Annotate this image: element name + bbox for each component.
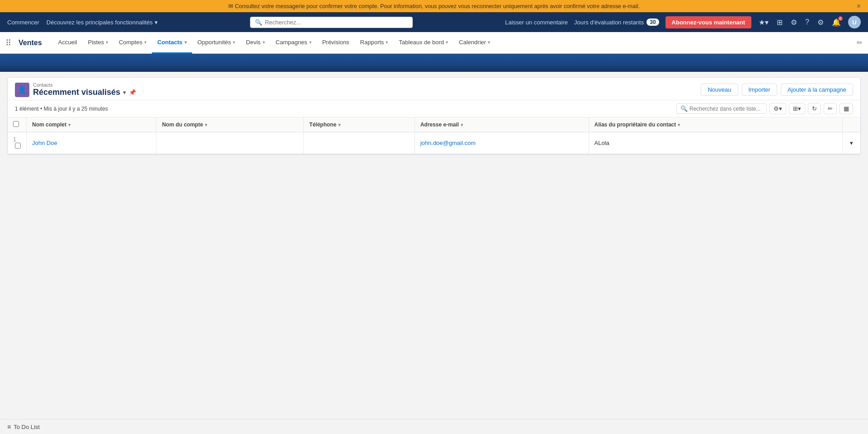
- table-header-row: Nom complet ▾ Nom du compte ▾ Téléphone: [8, 117, 860, 132]
- th-email: Adresse e-mail ▾: [415, 117, 589, 132]
- listview-card: 👤 Contacts Récemment visualisés ▾ 📌 Nouv…: [7, 77, 861, 154]
- row-email-cell: john.doe@gmail.com: [415, 132, 589, 154]
- nav-item-opportunites[interactable]: Opportunités ▾: [192, 32, 241, 54]
- notif-message: ✉ Consultez votre messagerie pour confir…: [228, 3, 640, 9]
- row-checkbox[interactable]: [15, 143, 21, 149]
- row-nom-complet-cell: John Doe: [27, 132, 156, 154]
- notif-count-badge: 6: [838, 16, 843, 21]
- th-telephone: Téléphone ▾: [304, 117, 415, 132]
- grid-view-icon-button[interactable]: ⊞▾: [789, 103, 805, 114]
- global-search-box[interactable]: 🔍: [250, 17, 413, 28]
- nav-item-comptes[interactable]: Comptes ▾: [113, 32, 152, 54]
- new-button[interactable]: Nouveau: [701, 84, 738, 96]
- listview-title: Récemment visualisés: [33, 88, 120, 97]
- nav-item-tableaux-bord[interactable]: Tableaux de bord ▾: [393, 32, 453, 54]
- th-email-chevron-icon[interactable]: ▾: [461, 122, 463, 127]
- nav-bar: ⠿ Ventes Accueil Pistes ▾ Comptes ▾ Cont…: [0, 32, 868, 54]
- contacts-table: Nom complet ▾ Nom du compte ▾ Téléphone: [8, 117, 860, 154]
- subscribe-button[interactable]: Abonnez-vous maintenant: [665, 16, 752, 28]
- listview-title-chevron-icon[interactable]: ▾: [123, 89, 126, 96]
- table-row: 1 John Doe john.doe@gmail.com: [8, 132, 860, 154]
- title-row: Récemment visualisés ▾ 📌: [33, 88, 136, 97]
- th-actions: [842, 117, 860, 132]
- edit-columns-icon-button[interactable]: ✏: [824, 103, 837, 114]
- th-telephone-chevron-icon[interactable]: ▾: [338, 122, 340, 127]
- contact-email-link[interactable]: john.doe@gmail.com: [420, 140, 476, 146]
- listview-header-left: 👤 Contacts Récemment visualisés ▾ 📌: [15, 82, 136, 97]
- add-icon-button[interactable]: ⊞: [776, 17, 783, 28]
- contact-name-link[interactable]: John Doe: [32, 140, 57, 146]
- rapports-chevron-icon: ▾: [386, 40, 388, 45]
- th-nom-complet-chevron-icon[interactable]: ▾: [68, 122, 71, 127]
- gear-icon-button[interactable]: ⚙: [816, 17, 825, 28]
- settings-icon-button[interactable]: ⚙▾: [769, 103, 786, 114]
- avatar[interactable]: U: [848, 16, 861, 28]
- nav-item-campagnes[interactable]: Campagnes ▾: [270, 32, 317, 54]
- campaign-button[interactable]: Ajouter à la campagne: [781, 84, 853, 96]
- search-icon: 🔍: [255, 19, 262, 26]
- discover-chevron-icon: ▾: [155, 19, 158, 26]
- eval-count: 30: [646, 19, 659, 26]
- close-notif-button[interactable]: ×: [857, 2, 861, 10]
- nav-item-accueil[interactable]: Accueil: [53, 32, 83, 54]
- header-left: Commencer Découvrez les principales fonc…: [7, 19, 158, 26]
- content-area: 👤 Contacts Récemment visualisés ▾ 📌 Nouv…: [0, 77, 868, 154]
- contact-icon-box: 👤: [15, 83, 29, 97]
- tableaux-chevron-icon: ▾: [446, 40, 448, 45]
- list-search-input[interactable]: [689, 106, 763, 112]
- nav-item-devis[interactable]: Devis ▾: [241, 32, 270, 54]
- row-actions-cell[interactable]: ▾: [842, 132, 860, 154]
- select-all-checkbox[interactable]: [13, 121, 19, 127]
- th-nom-compte-chevron-icon[interactable]: ▾: [205, 122, 207, 127]
- person-icon: 👤: [18, 85, 27, 94]
- pin-icon[interactable]: 📌: [129, 89, 136, 96]
- th-checkbox: [8, 117, 27, 132]
- eval-badge: Jours d'évaluation restants 30: [574, 19, 659, 26]
- row-nom-compte-cell: [156, 132, 304, 154]
- filter-icon-button[interactable]: ▦: [840, 103, 853, 114]
- nav-item-previsions[interactable]: Prévisions: [317, 32, 355, 54]
- nav-item-calendrier[interactable]: Calendrier ▾: [453, 32, 495, 54]
- breadcrumb: Contacts: [33, 82, 136, 88]
- th-alias: Alias du propriétaire du contact ▾: [589, 117, 842, 132]
- app-launcher-icon[interactable]: ⠿: [5, 38, 11, 48]
- refresh-icon-button[interactable]: ↻: [808, 103, 821, 114]
- opportunites-chevron-icon: ▾: [233, 40, 235, 45]
- header-bar: Commencer Découvrez les principales fonc…: [0, 12, 868, 32]
- th-nom-compte: Nom du compte ▾: [156, 117, 304, 132]
- row-num-cell: 1: [8, 132, 27, 154]
- row-telephone-cell: [304, 132, 415, 154]
- global-search-input[interactable]: [265, 19, 408, 26]
- comptes-chevron-icon: ▾: [144, 40, 146, 45]
- help-icon-button[interactable]: ?: [804, 17, 810, 27]
- import-button[interactable]: Importer: [742, 84, 777, 96]
- setup-icon-button[interactable]: ⚙: [790, 17, 798, 28]
- comment-link[interactable]: Laisser un commentaire: [505, 19, 568, 26]
- edit-nav-icon[interactable]: ✏: [857, 38, 863, 47]
- header-center: 🔍: [158, 17, 505, 28]
- th-alias-chevron-icon[interactable]: ▾: [678, 122, 680, 127]
- pistes-chevron-icon: ▾: [106, 40, 108, 45]
- calendrier-chevron-icon: ▾: [488, 40, 490, 45]
- contacts-chevron-icon: ▾: [184, 40, 187, 45]
- nav-item-contacts[interactable]: Contacts ▾: [152, 32, 192, 54]
- nav-item-pistes[interactable]: Pistes ▾: [83, 32, 113, 54]
- header-right: Laisser un commentaire Jours d'évaluatio…: [505, 16, 861, 28]
- nav-item-rapports[interactable]: Rapports ▾: [355, 32, 394, 54]
- devis-chevron-icon: ▾: [263, 40, 265, 45]
- listview-title-group: Contacts Récemment visualisés ▾ 📌: [33, 82, 136, 97]
- list-search-box[interactable]: 🔍: [676, 103, 767, 114]
- list-search-icon: 🔍: [680, 105, 688, 112]
- listview-header-right: Nouveau Importer Ajouter à la campagne: [701, 84, 853, 96]
- count-text: 1 élément • Mis à jour il y a 25 minutes: [15, 106, 108, 112]
- start-link[interactable]: Commencer: [7, 19, 39, 26]
- favorites-icon-button[interactable]: ★▾: [758, 17, 769, 28]
- campagnes-chevron-icon: ▾: [309, 40, 311, 45]
- discover-link[interactable]: Découvrez les principales fonctionnalité…: [47, 19, 158, 26]
- subtoolbar-right: 🔍 ⚙▾ ⊞▾ ↻ ✏ ▦: [676, 103, 853, 114]
- app-name: Ventes: [19, 39, 42, 47]
- row-alias-cell: ALola: [589, 132, 842, 154]
- listview-header: 👤 Contacts Récemment visualisés ▾ 📌 Nouv…: [8, 78, 860, 100]
- notifications-icon-button[interactable]: 🔔 6: [831, 17, 842, 28]
- listview-subtoolbar: 1 élément • Mis à jour il y a 25 minutes…: [8, 100, 860, 117]
